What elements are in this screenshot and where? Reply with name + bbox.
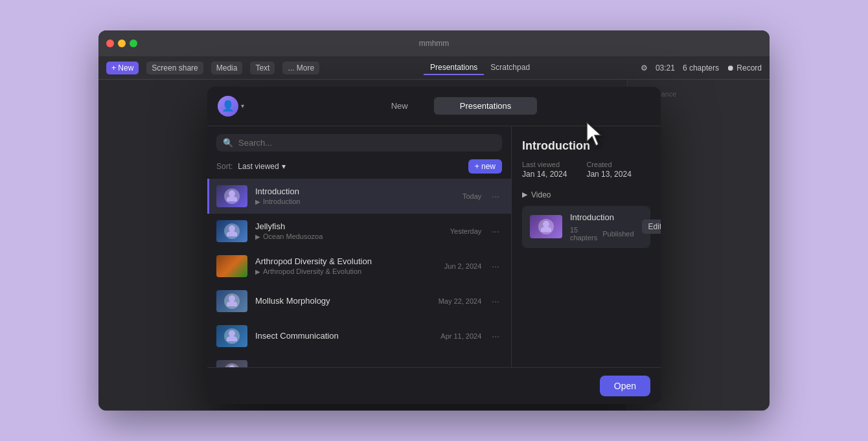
item-menu-introduction[interactable]: ··· <box>489 190 502 203</box>
item-menu-arthropod[interactable]: ··· <box>489 260 502 273</box>
search-input[interactable] <box>238 138 496 148</box>
record-button[interactable]: ⏺ Record <box>727 63 762 73</box>
sort-chevron-icon: ▾ <box>282 162 286 171</box>
item-info-introduction: Introduction ▶ Introduction <box>255 187 455 205</box>
toolbar: + New Screen share Media Text ... More P… <box>98 56 770 80</box>
thumb-jellyfish <box>216 220 247 242</box>
screen-share-button[interactable]: Screen share <box>146 62 203 74</box>
app-window: mmhmm + New Screen share Media Text ... … <box>98 30 770 411</box>
more-button[interactable]: ... More <box>282 62 319 74</box>
modal-header: 👤 ▾ New Presentations <box>207 87 661 126</box>
video-sub-icon: ▶ <box>255 198 260 205</box>
item-name-introduction: Introduction <box>255 187 455 196</box>
media-button[interactable]: Media <box>211 62 243 74</box>
sort-dropdown[interactable]: Last viewed ▾ <box>238 162 285 171</box>
thumb-introduction <box>216 185 247 207</box>
list-item-mollusk[interactable]: Mollusk Morphology May 22, 2024 ··· <box>207 284 511 319</box>
last-viewed-value: Jan 14, 2024 <box>522 170 567 179</box>
avatar-image: 👤 <box>218 96 238 117</box>
item-menu-mollusk[interactable]: ··· <box>489 295 502 308</box>
new-button[interactable]: + New <box>106 62 139 74</box>
presentations-modal: 👤 ▾ New Presentations <box>207 87 661 404</box>
modal-footer: Open <box>207 367 661 404</box>
item-date-introduction: Today <box>463 192 481 200</box>
modal-overlay: 👤 ▾ New Presentations <box>98 80 770 411</box>
tab-scratchpad[interactable]: Scratchpad <box>484 61 536 75</box>
traffic-lights <box>106 40 137 47</box>
close-button[interactable] <box>106 40 114 47</box>
chapters-display: 6 chapters <box>683 63 719 73</box>
modal-tabs: New Presentations <box>252 97 650 115</box>
modal-body: 🔍 Sort: Last viewed ▾ + new <box>207 126 661 367</box>
user-avatar[interactable]: 👤 <box>218 96 238 117</box>
list-item-scratchpad[interactable]: Scratchpad Mar 23, 2024 ··· <box>207 354 511 367</box>
item-date-arthropod: Jun 2, 2024 <box>444 262 482 270</box>
edit-video-button[interactable]: Edit <box>642 220 661 234</box>
created-value: Jan 13, 2024 <box>586 170 631 179</box>
video-jellyfish-icon: ▶ <box>255 233 260 240</box>
item-sub-text-introduction: Introduction <box>263 198 300 205</box>
search-bar: 🔍 <box>216 134 502 152</box>
thumb-arthropod <box>216 255 247 277</box>
fullscreen-button[interactable] <box>130 40 137 47</box>
video-section-header: ▶ Video <box>522 190 650 199</box>
title-bar: mmhmm <box>98 30 770 56</box>
new-label: + New <box>111 63 133 73</box>
meta-last-viewed: Last viewed Jan 14, 2024 <box>522 161 567 179</box>
left-panel: 🔍 Sort: Last viewed ▾ + new <box>207 126 512 367</box>
video-section-icon: ▶ <box>522 190 527 199</box>
item-sub-text-arthropod: Arthropod Diversity & Evolution <box>263 267 361 275</box>
video-section-label: Video <box>531 190 551 199</box>
item-date-insect: Apr 11, 2024 <box>440 332 481 340</box>
meta-created: Created Jan 13, 2024 <box>586 161 631 179</box>
item-sub-text-jellyfish: Ocean Medusozoa <box>263 232 323 240</box>
video-thumbnail <box>530 215 562 238</box>
text-label: Text <box>255 63 269 73</box>
screen-share-label: Screen share <box>152 63 198 73</box>
thumb-scratchpad <box>216 360 247 367</box>
presentations-list: Introduction ▶ Introduction Today ··· <box>207 179 511 367</box>
publish-status: Published <box>602 230 634 238</box>
tab-presentations-active[interactable]: Presentations <box>434 97 538 115</box>
list-item-introduction[interactable]: Introduction ▶ Introduction Today ··· <box>207 179 511 214</box>
item-menu-insect[interactable]: ··· <box>489 330 502 343</box>
sort-bar: Sort: Last viewed ▾ + new <box>207 157 511 179</box>
created-label: Created <box>586 161 631 168</box>
last-viewed-label: Last viewed <box>522 161 567 168</box>
media-label: Media <box>216 63 238 73</box>
open-button[interactable]: Open <box>600 376 650 396</box>
item-sub-arthropod: ▶ Arthropod Diversity & Evolution <box>255 267 437 275</box>
item-info-arthropod: Arthropod Diversity & Evolution ▶ Arthro… <box>255 256 437 275</box>
search-icon: 🔍 <box>223 138 233 148</box>
list-item-arthropod[interactable]: Arthropod Diversity & Evolution ▶ Arthro… <box>207 249 511 284</box>
tab-presentations[interactable]: Presentations <box>424 61 484 75</box>
item-date-jellyfish: Yesterday <box>450 227 482 235</box>
thumb-insect <box>216 325 247 347</box>
item-sub-introduction: ▶ Introduction <box>255 198 455 205</box>
settings-icon[interactable]: ⚙ <box>641 63 648 73</box>
list-item-jellyfish[interactable]: Jellyfish ▶ Ocean Medusozoa Yesterday ··… <box>207 214 511 249</box>
item-date-mollusk: May 22, 2024 <box>439 297 482 305</box>
time-display: 03:21 <box>656 63 675 73</box>
detail-meta: Last viewed Jan 14, 2024 Created Jan 13,… <box>522 161 650 179</box>
item-info-insect: Insect Communication <box>255 331 433 341</box>
video-arthropod-icon: ▶ <box>255 268 260 275</box>
text-button[interactable]: Text <box>250 62 275 74</box>
user-chevron-icon[interactable]: ▾ <box>241 102 244 109</box>
item-name-arthropod: Arthropod Diversity & Evolution <box>255 256 437 266</box>
item-name-insect: Insect Communication <box>255 331 433 341</box>
new-presentation-button[interactable]: + new <box>468 159 502 174</box>
item-info-jellyfish: Jellyfish ▶ Ocean Medusozoa <box>255 221 442 240</box>
more-label: ... More <box>288 63 314 73</box>
video-card: Introduction 15 chapters Published Edit … <box>522 206 650 248</box>
detail-panel: Introduction Last viewed Jan 14, 2024 Cr… <box>512 126 661 367</box>
video-meta: 15 chapters Published <box>570 226 634 242</box>
item-menu-jellyfish[interactable]: ··· <box>489 225 502 238</box>
minimize-button[interactable] <box>118 40 126 47</box>
item-sub-jellyfish: ▶ Ocean Medusozoa <box>255 232 442 240</box>
detail-title: Introduction <box>522 139 650 153</box>
sort-label: Sort: <box>216 162 233 171</box>
tab-new[interactable]: New <box>365 97 434 115</box>
list-item-insect[interactable]: Insect Communication Apr 11, 2024 ··· <box>207 319 511 354</box>
window-title: mmhmm <box>419 39 450 48</box>
